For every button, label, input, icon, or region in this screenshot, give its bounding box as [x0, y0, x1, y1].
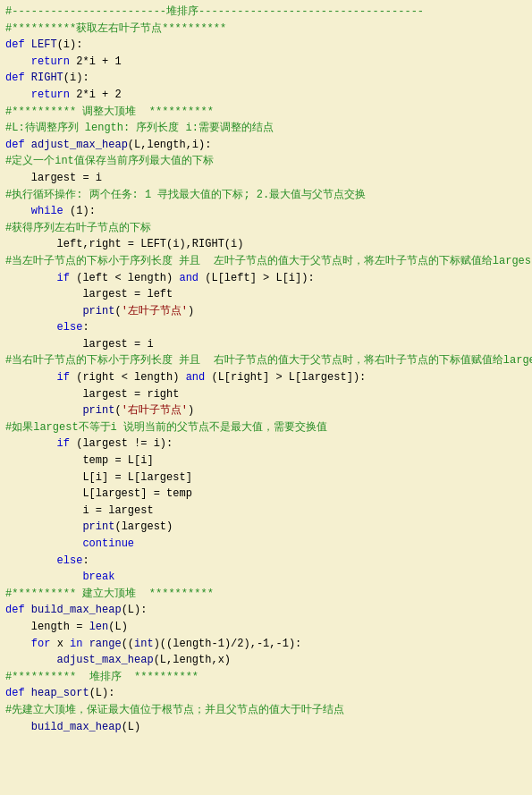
code-line-17: if (left < length) and (L[left] > L[i]):	[5, 270, 527, 287]
code-line-30: L[largest] = temp	[5, 486, 527, 503]
code-line-33: continue	[5, 536, 527, 553]
code-line-23: if (right < length) and (L[right] > L[la…	[5, 369, 527, 386]
code-line-37: def build_max_heap(L):	[5, 602, 527, 619]
code-line-2: #**********获取左右叶子节点**********	[5, 21, 527, 38]
code-line-24: largest = right	[5, 386, 527, 403]
code-line-14: #获得序列左右叶子节点的下标	[5, 220, 527, 237]
code-line-31: i = largest	[5, 503, 527, 520]
code-line-1: #------------------------堆排序------------…	[5, 4, 527, 21]
code-line-44: build_max_heap(L)	[5, 719, 527, 736]
code-line-20: else:	[5, 319, 527, 336]
code-line-11: largest = i	[5, 170, 527, 187]
code-line-5: def RIGHT(i):	[5, 70, 527, 87]
code-line-21: largest = i	[5, 336, 527, 353]
code-line-12: #执行循环操作: 两个任务: 1 寻找最大值的下标; 2.最大值与父节点交换	[5, 187, 527, 204]
code-line-26: #如果largest不等于i 说明当前的父节点不是最大值，需要交换值	[5, 419, 527, 436]
code-container: #------------------------堆排序------------…	[0, 0, 532, 739]
code-line-15: left,right = LEFT(i),RIGHT(i)	[5, 236, 527, 253]
code-line-3: def LEFT(i):	[5, 37, 527, 54]
code-line-38: length = len(L)	[5, 619, 527, 636]
code-line-13: while (1):	[5, 203, 527, 220]
code-line-35: break	[5, 569, 527, 586]
code-line-28: temp = L[i]	[5, 452, 527, 469]
code-line-8: #L:待调整序列 length: 序列长度 i:需要调整的结点	[5, 120, 527, 137]
code-line-18: largest = left	[5, 286, 527, 303]
code-line-10: #定义一个int值保存当前序列最大值的下标	[5, 153, 527, 170]
code-line-27: if (largest != i):	[5, 436, 527, 452]
code-line-32: print(largest)	[5, 519, 527, 536]
code-line-29: L[i] = L[largest]	[5, 469, 527, 486]
code-line-19: print('左叶子节点')	[5, 303, 527, 320]
code-line-40: adjust_max_heap(L,length,x)	[5, 652, 527, 669]
code-line-4: return 2*i + 1	[5, 54, 527, 71]
code-line-39: for x in range((int)((length-1)/2),-1,-1…	[5, 636, 527, 653]
code-line-43: #先建立大顶堆，保证最大值位于根节点；并且父节点的值大于叶子结点	[5, 702, 527, 719]
code-line-16: #当左叶子节点的下标小于序列长度 并且 左叶子节点的值大于父节点时，将左叶子节点…	[5, 253, 527, 270]
code-line-36: #********** 建立大顶堆 **********	[5, 586, 527, 603]
code-line-41: #********** 堆排序 **********	[5, 669, 527, 686]
code-line-22: #当右叶子节点的下标小于序列长度 并且 右叶子节点的值大于父节点时，将右叶子节点…	[5, 352, 527, 369]
code-line-7: #********** 调整大顶堆 **********	[5, 104, 527, 121]
code-line-42: def heap_sort(L):	[5, 685, 527, 702]
code-line-25: print('右叶子节点')	[5, 402, 527, 419]
code-line-6: return 2*i + 2	[5, 87, 527, 104]
code-line-34: else:	[5, 553, 527, 570]
code-line-9: def adjust_max_heap(L,length,i):	[5, 137, 527, 154]
